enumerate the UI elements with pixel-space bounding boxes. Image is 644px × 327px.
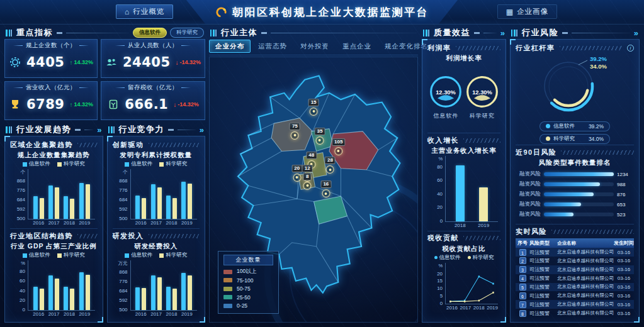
svg-text:34.0%: 34.0%	[590, 63, 607, 70]
nav-enterprise-profile-label: 企业画像	[517, 7, 548, 16]
indicator-value: 24405	[123, 55, 171, 70]
svg-text:12.30%: 12.30%	[472, 89, 492, 96]
panel-title: 质量效益	[434, 27, 470, 38]
section-subtitle: 收入增长	[427, 136, 459, 145]
section-subtitle: 利润率	[427, 43, 451, 53]
location-pin-icon	[334, 147, 342, 155]
bar	[181, 182, 186, 219]
table-row[interactable]: 2司法预警北京启迪卓越科技有限公司03-16	[516, 257, 634, 265]
marker-count: 12	[302, 165, 313, 172]
agglomeration-bar-chart: 规上企业数量集聚趋势信息软件科学研究个868776684592500201620…	[10, 150, 98, 226]
bar	[142, 288, 146, 310]
map-marker[interactable]: 15	[308, 99, 319, 116]
patents-bar-chart: 发明专利累计授权数量信息软件科学研究个868776684592500201620…	[113, 150, 200, 226]
indicator-title: 规上企业数（个）	[26, 42, 76, 50]
panel-bars-icon	[423, 30, 430, 36]
tab-对外投资[interactable]: 对外投资	[295, 40, 335, 52]
title-band: 朝阳区科创规上企业大数据监测平台	[186, 0, 458, 24]
pill-info-software[interactable]: 信息软件	[133, 28, 167, 38]
section-subtitle: 税收贡献	[427, 233, 459, 243]
trophy-icon	[9, 98, 21, 111]
panel-title: 重点指标	[16, 27, 53, 38]
app-title: 朝阳区科创规上企业大数据监测平台	[232, 5, 429, 19]
location-pin-icon	[326, 165, 334, 174]
table-row[interactable]: 6司法预警北京启迪卓越科技有限公司03-16	[516, 291, 634, 300]
entity-tabs: 企业分布运营态势对外投资重点企业规企变化排名	[209, 40, 418, 55]
bar	[79, 272, 84, 310]
gear-icon	[9, 56, 21, 69]
legend-item: 信息软件	[23, 160, 50, 168]
section-region-structure: 行业地区结构趋势 行业 GDP 占第三产业比例信息软件科学研究%80604020…	[10, 228, 98, 318]
location-pin-icon	[310, 108, 318, 116]
bar	[166, 196, 171, 219]
industry-competitiveness-panel: 行业竞争力 » 创新驱动 发明专利累计授权数量信息软件科学研究个86877668…	[107, 123, 206, 323]
map-marker[interactable]: 16	[320, 180, 331, 197]
table-row[interactable]: 1司法预警北京启迪卓越科技有限公司03-16	[516, 248, 634, 257]
top-header: ⌂ 行业概览 朝阳区科创规上企业大数据监测平台 ▦ 企业画像	[0, 0, 644, 24]
bar	[70, 199, 74, 219]
nav-industry-overview[interactable]: ⌂ 行业概览	[116, 4, 173, 19]
bar	[40, 198, 44, 219]
bar	[172, 289, 177, 310]
section-subtitle: 行业杠杆率	[516, 43, 555, 53]
map-marker[interactable]: 105	[332, 138, 345, 155]
bar	[142, 198, 146, 219]
panel-bars-icon	[6, 30, 13, 36]
risk-rank-row: 融资风险653	[517, 201, 633, 208]
panel-bars-icon	[108, 126, 115, 133]
table-row[interactable]: 5司法预警北京启迪卓越科技有限公司03-16	[516, 283, 634, 292]
risk-rank-row: 融资风险876	[517, 191, 633, 198]
section-recent-risk: 近90日风险 风险类型事件数量排名融资风险1234融资风险988融资风险876融…	[516, 145, 634, 222]
map-legend-item: 75-100	[223, 276, 273, 285]
map-legend-item: 50-75	[223, 285, 273, 294]
chart-title: 风险类型事件数量排名	[516, 158, 634, 167]
panel-title: 行业风险	[522, 27, 558, 38]
expand-icon[interactable]: »	[97, 125, 101, 135]
nav-industry-overview-label: 行业概览	[133, 7, 164, 16]
tab-企业分布[interactable]: 企业分布	[209, 40, 251, 53]
indicator-card: 留存税收（亿元）666.1↓-14.32%	[101, 81, 205, 120]
marker-count: 35	[315, 128, 325, 135]
table-row[interactable]: 3司法预警北京启迪卓越科技有限公司03-16	[516, 265, 634, 274]
panel-title: 行业发展趋势	[16, 124, 71, 135]
industry-entities-panel: 行业主体 企业分布运营态势对外投资重点企业规企变化排名	[209, 26, 418, 323]
bar	[86, 275, 90, 310]
map-marker[interactable]: 35	[315, 128, 325, 145]
bar	[157, 187, 162, 219]
chart-title: 税收贡献占比	[427, 245, 500, 253]
industry-risk-panel: 行业风险 » 行业杠杆率 i 39.2%34.0%信息软件39.2%科学研究34…	[510, 26, 640, 323]
nav-enterprise-profile[interactable]: ▦ 企业画像	[497, 4, 557, 19]
table-row[interactable]: 7司法预警北京启迪卓越科技有限公司03-16	[516, 300, 634, 309]
tab-运营态势[interactable]: 运营态势	[252, 40, 293, 52]
indicator-change: ↓-14.32%	[173, 101, 199, 108]
map-marker[interactable]: 8	[303, 173, 312, 190]
map-legend-item: 100以上	[223, 268, 273, 277]
expand-icon[interactable]: »	[634, 28, 638, 38]
title-line	[66, 33, 129, 33]
gauge-label: 信息软件	[433, 112, 458, 120]
info-icon[interactable]: i	[627, 45, 634, 52]
tab-重点企业[interactable]: 重点企业	[337, 40, 377, 52]
chart-title: 规上企业数量集聚趋势	[10, 151, 98, 160]
section-realtime-risk: 实时风险 序号风险类型企业名称发生时间1司法预警北京启迪卓越科技有限公司03-1…	[516, 224, 634, 318]
table-row[interactable]: 8司法预警北京启迪卓越科技有限公司03-16	[516, 309, 634, 318]
indicator-change: ↑14.32%	[69, 101, 93, 108]
indicator-value: 4405	[26, 55, 64, 70]
tax-line-chart: 税收贡献占比信息软件科学研究%201510502016201720182019	[427, 243, 500, 318]
district-map[interactable]: 15753510548282012816 企业数量 100以上75-10050-…	[209, 57, 418, 323]
expand-icon[interactable]: »	[200, 125, 204, 135]
expand-icon[interactable]: »	[500, 28, 505, 38]
indicator-cards: 规上企业数（个）4405↑14.32%从业人员数（人）24405↓-14.32%…	[4, 39, 205, 120]
pill-science-research[interactable]: 科学研究	[170, 28, 204, 38]
marker-count: 8	[303, 173, 311, 180]
map-marker[interactable]: 75	[290, 123, 300, 140]
map-marker[interactable]: 28	[325, 157, 336, 174]
panel-title: 行业主体	[221, 27, 257, 38]
section-agglomeration: 区域企业集聚趋势 规上企业数量集聚趋势信息软件科学研究个868776684592…	[10, 140, 98, 226]
map-marker[interactable]: 20	[291, 165, 302, 182]
leverage-legend-item: 科学研究34.0%	[539, 134, 610, 144]
people-icon	[105, 56, 118, 69]
legend-item: 信息软件	[125, 160, 152, 168]
legend-item: 科学研究	[159, 160, 187, 168]
table-row[interactable]: 4司法预警北京启迪卓越科技有限公司03-16	[516, 274, 634, 283]
